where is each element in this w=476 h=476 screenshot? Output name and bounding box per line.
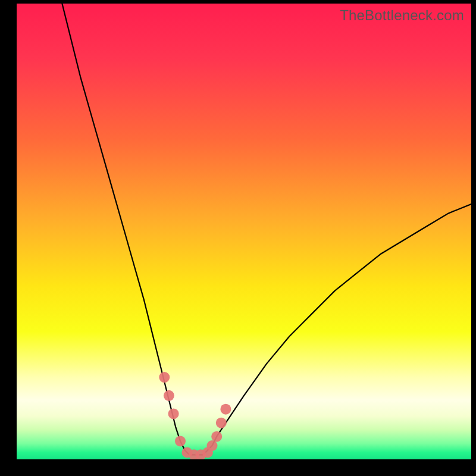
plot-area: TheBottleneck.com bbox=[17, 4, 471, 459]
svg-point-11 bbox=[216, 418, 227, 428]
svg-point-1 bbox=[159, 372, 170, 383]
highlight-markers bbox=[159, 372, 231, 459]
curve-layer bbox=[17, 4, 471, 459]
bottleneck-curve bbox=[62, 4, 471, 455]
svg-point-9 bbox=[207, 440, 218, 451]
svg-point-10 bbox=[211, 431, 222, 442]
svg-point-4 bbox=[175, 436, 186, 446]
svg-point-12 bbox=[220, 404, 231, 415]
svg-point-2 bbox=[164, 390, 174, 401]
svg-point-3 bbox=[168, 408, 179, 419]
chart-frame: TheBottleneck.com bbox=[0, 0, 476, 476]
